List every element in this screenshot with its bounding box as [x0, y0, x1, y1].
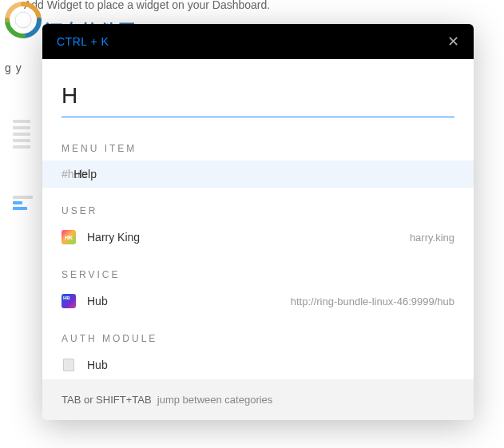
section-header-user: USER	[42, 188, 474, 223]
result-item-user[interactable]: HK Harry King harry.king	[42, 223, 474, 252]
user-avatar-icon: HK	[62, 230, 76, 244]
result-secondary: http://ring-bundle-linux-46:9999/hub	[291, 295, 454, 307]
background-placeholder-lines	[13, 120, 30, 152]
modal-footer: TAB or SHIFT+TAB jump between categories	[42, 379, 474, 420]
result-label: Hub	[87, 359, 108, 371]
section-header-auth-module: AUTH MODULE	[42, 315, 474, 351]
background-gy-text: g y	[5, 61, 22, 74]
modal-header: CTRL + K ✕	[42, 24, 474, 59]
background-hint-text: Add Widget to place a widget on your Das…	[24, 0, 270, 11]
close-icon[interactable]: ✕	[447, 34, 459, 49]
search-input[interactable]	[62, 80, 454, 117]
result-item-help[interactable]: #hub Help	[42, 161, 474, 188]
keyboard-shortcut-label: CTRL + K	[57, 35, 109, 48]
result-label: Hub	[87, 295, 108, 307]
hub-service-icon: HB	[62, 294, 76, 308]
svg-point-0	[15, 12, 31, 28]
result-secondary: harry.king	[410, 232, 454, 244]
result-item-auth-module[interactable]: Hub	[42, 351, 474, 379]
result-label: Harry King	[87, 231, 140, 244]
watermark-logo	[3, 0, 43, 40]
search-results: MENU ITEM #hub Help USER HK Harry King h…	[42, 117, 474, 379]
footer-keys-hint: TAB or SHIFT+TAB	[62, 394, 152, 406]
search-modal: CTRL + K ✕ MENU ITEM #hub Help USER HK H…	[42, 24, 474, 420]
section-header-menu-item: MENU ITEM	[42, 125, 474, 161]
result-item-service[interactable]: HB Hub http://ring-bundle-linux-46:9999/…	[42, 287, 474, 315]
search-input-container	[42, 59, 474, 117]
result-label: Help	[73, 168, 97, 180]
section-header-service: SERVICE	[42, 252, 474, 287]
footer-hint-text: jump between categories	[157, 394, 273, 406]
background-placeholder-lines-2	[13, 196, 33, 212]
auth-module-icon	[62, 358, 76, 372]
